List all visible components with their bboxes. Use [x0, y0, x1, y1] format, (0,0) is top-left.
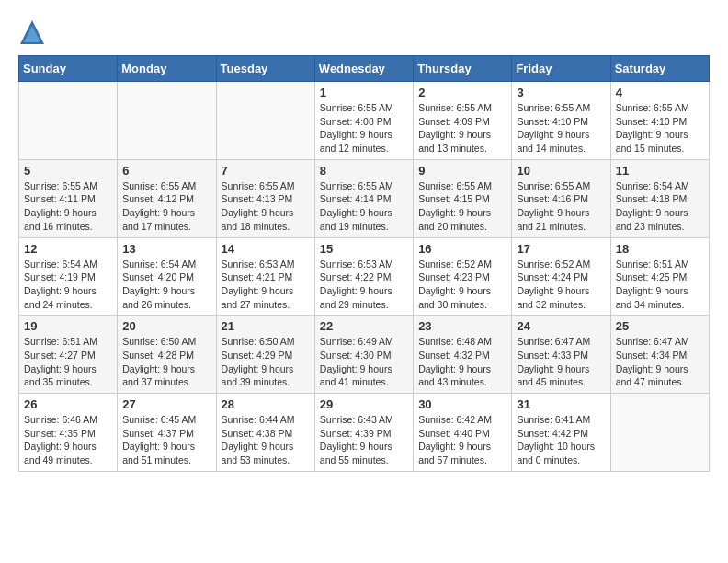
- calendar-cell: 6Sunrise: 6:55 AM Sunset: 4:12 PM Daylig…: [118, 159, 216, 237]
- day-info: Sunrise: 6:41 AM Sunset: 4:42 PM Dayligh…: [517, 413, 605, 467]
- day-info: Sunrise: 6:48 AM Sunset: 4:32 PM Dayligh…: [418, 335, 506, 389]
- calendar-cell: 31Sunrise: 6:41 AM Sunset: 4:42 PM Dayli…: [512, 394, 610, 472]
- day-number: 31: [517, 397, 605, 411]
- calendar-cell: 5Sunrise: 6:55 AM Sunset: 4:11 PM Daylig…: [19, 159, 118, 237]
- calendar-cell: 27Sunrise: 6:45 AM Sunset: 4:37 PM Dayli…: [118, 394, 216, 472]
- calendar-cell: 25Sunrise: 6:47 AM Sunset: 4:34 PM Dayli…: [610, 316, 709, 394]
- header-day-thursday: Thursday: [414, 56, 512, 82]
- calendar-cell: 23Sunrise: 6:48 AM Sunset: 4:32 PM Dayli…: [414, 316, 512, 394]
- calendar-header: SundayMondayTuesdayWednesdayThursdayFrid…: [19, 56, 710, 82]
- day-info: Sunrise: 6:54 AM Sunset: 4:18 PM Dayligh…: [616, 179, 704, 234]
- day-info: Sunrise: 6:55 AM Sunset: 4:09 PM Dayligh…: [418, 101, 506, 155]
- day-number: 23: [418, 319, 506, 333]
- day-number: 4: [616, 86, 704, 99]
- calendar-cell: [216, 82, 314, 160]
- header-day-wednesday: Wednesday: [314, 56, 413, 82]
- calendar-cell: 10Sunrise: 6:55 AM Sunset: 4:16 PM Dayli…: [512, 159, 610, 237]
- day-number: 5: [24, 164, 112, 178]
- calendar-cell: 8Sunrise: 6:55 AM Sunset: 4:14 PM Daylig…: [314, 159, 413, 237]
- calendar-cell: 13Sunrise: 6:54 AM Sunset: 4:20 PM Dayli…: [118, 237, 216, 316]
- calendar-cell: 11Sunrise: 6:54 AM Sunset: 4:18 PM Dayli…: [610, 159, 709, 237]
- calendar-cell: 24Sunrise: 6:47 AM Sunset: 4:33 PM Dayli…: [512, 316, 610, 394]
- day-number: 27: [122, 397, 210, 411]
- calendar-week-4: 19Sunrise: 6:51 AM Sunset: 4:27 PM Dayli…: [19, 316, 710, 394]
- day-number: 20: [122, 319, 210, 333]
- calendar-cell: 7Sunrise: 6:55 AM Sunset: 4:13 PM Daylig…: [216, 159, 314, 237]
- calendar-cell: 21Sunrise: 6:50 AM Sunset: 4:29 PM Dayli…: [216, 316, 314, 394]
- day-info: Sunrise: 6:55 AM Sunset: 4:10 PM Dayligh…: [517, 101, 605, 155]
- day-info: Sunrise: 6:54 AM Sunset: 4:20 PM Dayligh…: [122, 258, 210, 312]
- logo-icon: [18, 18, 46, 46]
- calendar-cell: 18Sunrise: 6:51 AM Sunset: 4:25 PM Dayli…: [610, 237, 709, 316]
- calendar-cell: [19, 82, 118, 160]
- calendar-cell: 28Sunrise: 6:44 AM Sunset: 4:38 PM Dayli…: [216, 394, 314, 472]
- calendar-cell: 12Sunrise: 6:54 AM Sunset: 4:19 PM Dayli…: [19, 237, 118, 316]
- calendar-body: 1Sunrise: 6:55 AM Sunset: 4:08 PM Daylig…: [19, 82, 710, 472]
- calendar-cell: 15Sunrise: 6:53 AM Sunset: 4:22 PM Dayli…: [314, 237, 413, 316]
- day-number: 18: [616, 242, 704, 256]
- day-info: Sunrise: 6:55 AM Sunset: 4:13 PM Dayligh…: [222, 179, 310, 234]
- calendar-week-3: 12Sunrise: 6:54 AM Sunset: 4:19 PM Dayli…: [19, 237, 710, 316]
- calendar-cell: 3Sunrise: 6:55 AM Sunset: 4:10 PM Daylig…: [512, 82, 610, 160]
- day-info: Sunrise: 6:53 AM Sunset: 4:21 PM Dayligh…: [222, 258, 310, 312]
- calendar-cell: 22Sunrise: 6:49 AM Sunset: 4:30 PM Dayli…: [314, 316, 413, 394]
- day-number: 12: [24, 242, 112, 256]
- day-info: Sunrise: 6:52 AM Sunset: 4:24 PM Dayligh…: [517, 258, 605, 312]
- day-info: Sunrise: 6:44 AM Sunset: 4:38 PM Dayligh…: [222, 413, 310, 467]
- day-number: 21: [222, 319, 310, 333]
- day-number: 19: [24, 319, 112, 333]
- day-number: 24: [517, 319, 605, 333]
- calendar-cell: 20Sunrise: 6:50 AM Sunset: 4:28 PM Dayli…: [118, 316, 216, 394]
- calendar-cell: 14Sunrise: 6:53 AM Sunset: 4:21 PM Dayli…: [216, 237, 314, 316]
- calendar-cell: 9Sunrise: 6:55 AM Sunset: 4:15 PM Daylig…: [414, 159, 512, 237]
- day-info: Sunrise: 6:55 AM Sunset: 4:10 PM Dayligh…: [616, 101, 704, 155]
- day-number: 13: [122, 242, 210, 256]
- day-number: 14: [222, 242, 310, 256]
- header-day-sunday: Sunday: [19, 56, 118, 82]
- calendar-cell: 17Sunrise: 6:52 AM Sunset: 4:24 PM Dayli…: [512, 237, 610, 316]
- day-number: 9: [418, 164, 506, 178]
- day-info: Sunrise: 6:42 AM Sunset: 4:40 PM Dayligh…: [418, 413, 506, 467]
- day-number: 16: [418, 242, 506, 256]
- header: [18, 18, 710, 46]
- day-info: Sunrise: 6:55 AM Sunset: 4:16 PM Dayligh…: [517, 179, 605, 234]
- day-info: Sunrise: 6:55 AM Sunset: 4:08 PM Dayligh…: [320, 101, 408, 155]
- day-info: Sunrise: 6:43 AM Sunset: 4:39 PM Dayligh…: [320, 413, 408, 467]
- day-info: Sunrise: 6:51 AM Sunset: 4:27 PM Dayligh…: [24, 335, 112, 389]
- day-info: Sunrise: 6:51 AM Sunset: 4:25 PM Dayligh…: [616, 258, 704, 312]
- calendar-week-5: 26Sunrise: 6:46 AM Sunset: 4:35 PM Dayli…: [19, 394, 710, 472]
- day-info: Sunrise: 6:45 AM Sunset: 4:37 PM Dayligh…: [122, 413, 210, 467]
- day-number: 17: [517, 242, 605, 256]
- day-number: 22: [320, 319, 408, 333]
- day-number: 25: [616, 319, 704, 333]
- day-number: 28: [222, 397, 310, 411]
- day-number: 10: [517, 164, 605, 178]
- day-info: Sunrise: 6:47 AM Sunset: 4:34 PM Dayligh…: [616, 335, 704, 389]
- day-info: Sunrise: 6:55 AM Sunset: 4:15 PM Dayligh…: [418, 179, 506, 234]
- calendar-cell: 1Sunrise: 6:55 AM Sunset: 4:08 PM Daylig…: [314, 82, 413, 160]
- calendar-cell: [118, 82, 216, 160]
- logo: [18, 18, 50, 46]
- day-info: Sunrise: 6:49 AM Sunset: 4:30 PM Dayligh…: [320, 335, 408, 389]
- calendar-cell: 16Sunrise: 6:52 AM Sunset: 4:23 PM Dayli…: [414, 237, 512, 316]
- header-day-monday: Monday: [118, 56, 216, 82]
- day-number: 26: [24, 397, 112, 411]
- day-number: 1: [320, 86, 408, 99]
- day-info: Sunrise: 6:50 AM Sunset: 4:28 PM Dayligh…: [122, 335, 210, 389]
- calendar-table: SundayMondayTuesdayWednesdayThursdayFrid…: [18, 55, 710, 472]
- calendar-cell: [610, 394, 709, 472]
- calendar-cell: 19Sunrise: 6:51 AM Sunset: 4:27 PM Dayli…: [19, 316, 118, 394]
- day-info: Sunrise: 6:55 AM Sunset: 4:12 PM Dayligh…: [122, 179, 210, 234]
- header-day-friday: Friday: [512, 56, 610, 82]
- header-day-tuesday: Tuesday: [216, 56, 314, 82]
- day-info: Sunrise: 6:55 AM Sunset: 4:11 PM Dayligh…: [24, 179, 112, 234]
- calendar-cell: 30Sunrise: 6:42 AM Sunset: 4:40 PM Dayli…: [414, 394, 512, 472]
- calendar-cell: 26Sunrise: 6:46 AM Sunset: 4:35 PM Dayli…: [19, 394, 118, 472]
- calendar-cell: 2Sunrise: 6:55 AM Sunset: 4:09 PM Daylig…: [414, 82, 512, 160]
- day-info: Sunrise: 6:53 AM Sunset: 4:22 PM Dayligh…: [320, 258, 408, 312]
- day-info: Sunrise: 6:47 AM Sunset: 4:33 PM Dayligh…: [517, 335, 605, 389]
- day-info: Sunrise: 6:55 AM Sunset: 4:14 PM Dayligh…: [320, 179, 408, 234]
- day-info: Sunrise: 6:50 AM Sunset: 4:29 PM Dayligh…: [222, 335, 310, 389]
- day-number: 8: [320, 164, 408, 178]
- calendar-cell: 4Sunrise: 6:55 AM Sunset: 4:10 PM Daylig…: [610, 82, 709, 160]
